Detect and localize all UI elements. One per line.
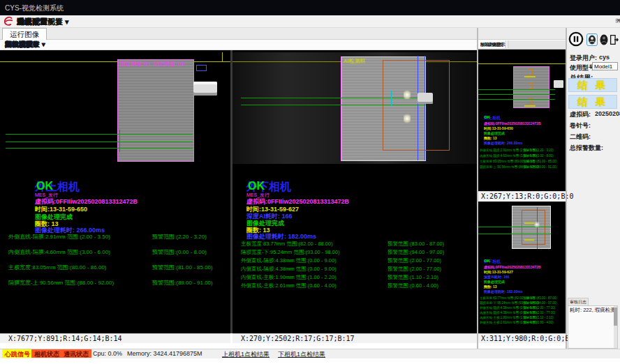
overlay-green-line	[6, 148, 193, 149]
log-scrollbar[interactable]	[614, 306, 617, 348]
measurement-warn: 预警范围:(0.60 - 4.00)	[523, 321, 554, 324]
mini-marker-box	[527, 82, 533, 89]
title-bar: CYS-视觉检测系统	[0, 0, 620, 15]
overlay-cyan-tick	[391, 91, 392, 106]
measurement-warn: 预警范围:(81.00 - 85.00)	[152, 264, 213, 271]
exit-door-icon	[610, 34, 619, 45]
measurement-text: 外侧直线-主极:2.61mm 范围:(0.60 - 4.00)	[241, 282, 337, 289]
process-elapsed: 图像处理耗时: 266.00ms	[484, 141, 523, 145]
model-input[interactable]	[592, 62, 618, 70]
result-box-top: 结 果	[568, 78, 617, 92]
measurement-warn: 预警范围:(2.20 - 3.20)	[523, 149, 554, 152]
measurement-warn: 预警范围:(2.00 - 77.00)	[523, 311, 555, 314]
pause-button[interactable]	[568, 31, 584, 47]
heartbeat-badge: 心跳信号	[2, 349, 33, 358]
comm-status-badge: 通讯状态	[61, 349, 91, 358]
menu-item-language[interactable]: 系统语言切换	[17, 17, 63, 27]
measurement-warn: 预警范围:(94.00 - 97.00)	[388, 249, 444, 256]
connector-shape	[193, 82, 217, 96]
right-coordinate-bar: X:270;Y:2502;R:17;G:17;B:17	[232, 333, 477, 343]
mini-view-bottom[interactable]: 外下相机OK 虚拟码:0FFIIiw2025020813313472B 时间:1…	[478, 202, 566, 333]
measurement-warn: 预警范围:(94.00 - 97.00)	[523, 301, 557, 305]
needle-label: 卷针号:	[570, 121, 591, 130]
ai-detect-box	[383, 60, 450, 151]
overlay-green-line	[119, 130, 120, 152]
menu-bar	[0, 15, 620, 28]
capture-time: 时间:13-31-59-627	[484, 270, 513, 274]
log-tabs: 运行日志 报警日志 审核日志	[568, 298, 618, 305]
operator-button[interactable]	[599, 33, 609, 46]
measurement-warn: 预警范围:(0.00 - 8.00)	[152, 248, 207, 256]
lower-camera-check-link[interactable]: 下相机1点检结果	[278, 350, 325, 359]
status-ok: OK	[484, 259, 490, 263]
pause-icon	[568, 31, 584, 47]
mini-yellow-mark	[524, 222, 534, 224]
mini-top-coordinate-bar: X:267;Y:13;R:0;G:0;B:0	[478, 191, 566, 201]
scrollbar-thumb[interactable]	[614, 308, 617, 326]
overlay-blue-line	[418, 56, 418, 160]
overlay-green-line	[478, 94, 555, 95]
status-ok: OK	[248, 180, 265, 192]
overlay-green-line	[478, 234, 551, 234]
measurement-warn: 预警范围:(0.60 - 4.00)	[388, 282, 438, 289]
measurement-warn: 预警范围:(2.00 - 77.00)	[388, 266, 441, 273]
process-elapsed: 图像处理耗时: 182.00ms	[484, 289, 523, 294]
bright-spot	[404, 113, 411, 124]
overlay-blue-line	[537, 207, 538, 249]
barcode-value: 20250208	[595, 110, 620, 117]
connector-shape	[554, 80, 563, 88]
measurement-text: 内侧直线-主极:1.90mm 范围:(1.00 - 2.20)	[241, 274, 337, 281]
mini-bottom-coordinate-bar: X:311;Y:980;R:0;G:0;B:0	[478, 333, 566, 343]
status-ok: OK	[484, 115, 490, 119]
overlay-yellow-tick	[222, 52, 223, 62]
window-title: CYS-视觉检测系统	[5, 3, 64, 13]
loop-count: 圈数: 13	[484, 285, 497, 289]
overlay-green-line	[478, 227, 551, 227]
overlay-yellow-line	[478, 63, 566, 64]
measurement-warn: 预警范围:(2.00 - 77.00)	[523, 306, 555, 310]
loop-count: 圈数: 13	[484, 136, 497, 140]
tab-run-image[interactable]: 运行图像	[2, 28, 47, 40]
process-done: 图像处理完成	[484, 280, 505, 284]
overlay-green-line	[241, 98, 426, 98]
mini-view-top[interactable]: 外上相机OK 虚拟码:0FFIIiw2025020813312472B 时间:1…	[478, 50, 566, 191]
mini-yellow-mark	[524, 105, 536, 107]
login-user-value: cys	[599, 54, 610, 61]
virtual-code: 虚拟码:0FFIIiw2025020813312472B	[484, 121, 541, 126]
memory-usage: Memory: 3424.41796875M	[127, 350, 202, 357]
result-box-bottom: 结 果	[568, 95, 617, 109]
measurement-warn: 预警范围:(83.00 - 87.00)	[523, 296, 557, 300]
measurement-text: 隔膜宽度-上:90.56mm 范围:(88.00 - 92.00)	[8, 279, 114, 287]
measurement-warn: 预警范围:(89.00 - 91.00)	[523, 165, 557, 169]
close-icon[interactable]: ✕	[616, 17, 620, 25]
measurement-warn: 预警范围:(1.10 - 2.10)	[523, 316, 554, 319]
user-dark-icon	[600, 34, 608, 45]
process-done: 图像处理完成	[484, 131, 505, 135]
bright-spot	[534, 221, 540, 228]
ai-label: AI检测框	[344, 57, 366, 65]
measurement-text: 主极宽度:83.05mm 范围:(80.00 - 86.00)	[8, 264, 107, 271]
upper-camera-check-link[interactable]: 上相机1点检结果	[222, 350, 270, 359]
qr-label: 二维码:	[570, 132, 591, 142]
connector-shape	[418, 93, 433, 104]
measurement-text: 隔膜宽度-下:95.24mm 范围:(93.00 - 98.00)	[241, 249, 340, 256]
user-icon	[588, 35, 596, 45]
mini-yellow-mark	[524, 239, 534, 241]
tab-strip	[0, 28, 620, 40]
camera-status-badge: 相机状态	[31, 349, 62, 358]
measurement-warn: 预警范围:(89.00 - 91.00)	[152, 279, 213, 287]
login-user-button[interactable]	[586, 33, 598, 46]
measurement-warn: 预警范围:(2.20 - 3.20)	[152, 233, 207, 241]
tab-fault-view[interactable]: 故障内视图	[478, 40, 506, 48]
mini-yellow-mark	[524, 76, 536, 77]
alarm-count-label: 总报警数量:	[570, 144, 603, 153]
measurement-warn: 预警范围:(81.00 - 85.00)	[523, 160, 557, 163]
tab-audit-log[interactable]: 审核日志	[568, 298, 589, 305]
exit-button[interactable]	[609, 33, 619, 46]
capture-time: 时间:13-31-59-650	[484, 126, 513, 130]
barcode-label: 虚拟码:	[570, 110, 591, 119]
overlay-green-line	[6, 134, 193, 135]
toolbar-other-settings[interactable]: 其它设置 ▾	[5, 40, 38, 50]
toolbar: 相机配置 AI使用配置 相机调试 高级设置 点检设置 ▾ 图像处理 ▾ 基准线参…	[0, 40, 478, 50]
log-box[interactable]: 耗时: 222, 瑕疵检测耗时: 17, 瑕疵分类耗时: 0, 瑕疵提取分区耗时…	[568, 305, 618, 349]
